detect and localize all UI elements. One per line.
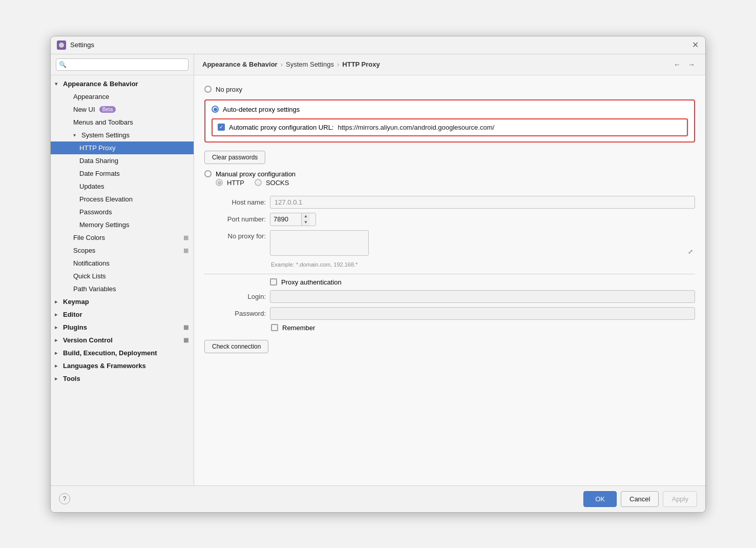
auto-detect-label: Auto-detect proxy settings (223, 106, 300, 113)
nav-back-button[interactable]: ← (671, 59, 683, 70)
port-input[interactable] (270, 213, 301, 225)
port-increment-button[interactable]: ▲ (302, 213, 310, 219)
sidebar-item-file-colors[interactable]: File Colors ▦ (51, 231, 194, 244)
manual-label: Manual proxy configuration (216, 170, 296, 178)
chevron-right-icon: ▸ (55, 324, 61, 330)
search-icon: 🔍 (59, 61, 67, 68)
sidebar-item-label: New UI (73, 106, 95, 113)
proxy-url-input[interactable] (338, 124, 682, 131)
main-content: Appearance & Behavior › System Settings … (194, 54, 705, 485)
sidebar-nav: ▾ Appearance & Behavior Appearance New U… (51, 75, 194, 485)
sidebar-item-system-settings[interactable]: ▾ System Settings (51, 129, 194, 141)
breadcrumb-part1: Appearance & Behavior (202, 60, 278, 68)
proxy-auth-checkbox[interactable] (270, 278, 277, 286)
sidebar-item-http-proxy[interactable]: HTTP Proxy (51, 141, 194, 154)
sidebar-group-keymap[interactable]: ▸ Keymap (51, 295, 194, 308)
breadcrumb-nav: ← → (671, 59, 697, 70)
sidebar-group-build[interactable]: ▸ Build, Execution, Deployment (51, 347, 194, 359)
sidebar-item-quick-lists[interactable]: Quick Lists (51, 270, 194, 282)
ok-button[interactable]: OK (583, 491, 617, 507)
file-icon: ▦ (183, 234, 188, 241)
window-title: Settings (70, 41, 687, 49)
remember-checkbox[interactable] (271, 324, 278, 331)
port-decrement-button[interactable]: ▼ (302, 219, 310, 226)
sidebar-item-passwords[interactable]: Passwords (51, 206, 194, 218)
socks-radio[interactable] (255, 179, 262, 186)
sidebar-item-data-sharing[interactable]: Data Sharing (51, 154, 194, 167)
auto-detect-radio[interactable] (212, 106, 219, 113)
sidebar-item-notifications[interactable]: Notifications (51, 257, 194, 270)
sidebar-item-appearance[interactable]: Appearance (51, 90, 194, 103)
sidebar-item-updates[interactable]: Updates (51, 180, 194, 193)
no-proxy-for-row: No proxy for: ⤢ (204, 230, 695, 257)
sidebar-item-new-ui[interactable]: New UI Beta (51, 103, 194, 116)
sidebar-group-editor[interactable]: ▸ Editor (51, 308, 194, 321)
chevron-down-icon: ▾ (55, 81, 61, 87)
clear-passwords-button[interactable]: Clear passwords (204, 151, 265, 164)
sidebar-item-label: Process Elevation (79, 195, 133, 203)
sidebar-group-version-control[interactable]: ▸ Version Control ▦ (51, 334, 194, 347)
search-input[interactable] (56, 58, 188, 71)
sidebar-group-languages[interactable]: ▸ Languages & Frameworks (51, 359, 194, 372)
breadcrumb-part2: System Settings (286, 60, 334, 68)
manual-options: HTTP SOCKS (216, 179, 695, 191)
no-proxy-label[interactable]: No proxy (204, 86, 695, 93)
sidebar-group-plugins[interactable]: ▸ Plugins ▦ (51, 321, 194, 334)
sidebar-item-path-variables[interactable]: Path Variables (51, 282, 194, 295)
sidebar-item-scopes[interactable]: Scopes ▦ (51, 244, 194, 257)
sidebar-item-process-elevation[interactable]: Process Elevation (51, 193, 194, 206)
sidebar-item-label: Notifications (73, 259, 110, 267)
sidebar-group-label: Build, Execution, Deployment (63, 349, 157, 357)
sidebar-group-label: Version Control (63, 336, 113, 344)
sidebar-group-tools[interactable]: ▸ Tools (51, 372, 194, 385)
sidebar-item-memory-settings[interactable]: Memory Settings (51, 218, 194, 231)
sidebar-item-label: Updates (79, 182, 104, 190)
sidebar-group-label: Tools (63, 375, 80, 382)
auto-config-checkbox[interactable] (218, 124, 225, 131)
help-button[interactable]: ? (59, 493, 70, 504)
sidebar-item-label: System Settings (81, 131, 130, 139)
port-label: Port number: (204, 215, 266, 223)
title-bar: Settings ✕ (51, 36, 705, 54)
close-button[interactable]: ✕ (691, 41, 699, 49)
http-label: HTTP (227, 179, 244, 187)
scopes-icon: ▦ (183, 247, 188, 254)
apply-button[interactable]: Apply (663, 491, 697, 507)
expand-icon[interactable]: ⤢ (688, 248, 693, 255)
nav-forward-button[interactable]: → (686, 59, 697, 70)
no-proxy-for-label: No proxy for: (204, 232, 266, 240)
http-option[interactable]: HTTP (216, 179, 244, 187)
sidebar-group-appearance-behavior[interactable]: ▾ Appearance & Behavior (51, 77, 194, 90)
sidebar-group-label: Plugins (63, 323, 87, 331)
login-label: Login: (204, 293, 266, 300)
password-row: Password: (204, 307, 695, 320)
manual-proxy-radio[interactable] (204, 170, 212, 177)
no-proxy-textarea[interactable] (270, 230, 369, 256)
check-connection-button[interactable]: Check connection (204, 340, 268, 353)
no-proxy-wrapper: ⤢ (270, 230, 695, 257)
radio-selected-dot (214, 108, 217, 111)
auto-detect-inner: Automatic proxy configuration URL: (212, 118, 688, 136)
chevron-right-icon: ▸ (55, 350, 61, 356)
sidebar-item-label: Data Sharing (79, 157, 118, 165)
no-proxy-group: No proxy (204, 86, 695, 93)
proxy-auth-section: Proxy authentication Login: Password: (204, 278, 695, 332)
svg-point-0 (59, 43, 64, 48)
content-area: No proxy Auto-detect proxy settings Auto… (194, 75, 705, 485)
sidebar-item-label: Path Variables (73, 285, 116, 293)
socks-option[interactable]: SOCKS (255, 179, 289, 187)
password-label: Password: (204, 310, 266, 317)
sidebar-item-date-formats[interactable]: Date Formats (51, 167, 194, 180)
no-proxy-radio[interactable] (204, 86, 212, 93)
cancel-button[interactable]: Cancel (621, 491, 659, 507)
login-input[interactable] (270, 290, 695, 303)
chevron-right-icon: ▸ (55, 376, 61, 381)
sidebar-item-menus-toolbars[interactable]: Menus and Toolbars (51, 116, 194, 129)
sidebar-item-label: Passwords (79, 208, 112, 216)
dialog-footer: ? OK Cancel Apply (51, 485, 705, 512)
port-row: Port number: ▲ ▼ (204, 213, 695, 226)
host-input[interactable] (270, 196, 695, 209)
http-radio[interactable] (216, 179, 223, 186)
password-input[interactable] (270, 307, 695, 320)
settings-dialog: Settings ✕ 🔍 ▾ Appearance & Behavior App… (50, 36, 706, 513)
